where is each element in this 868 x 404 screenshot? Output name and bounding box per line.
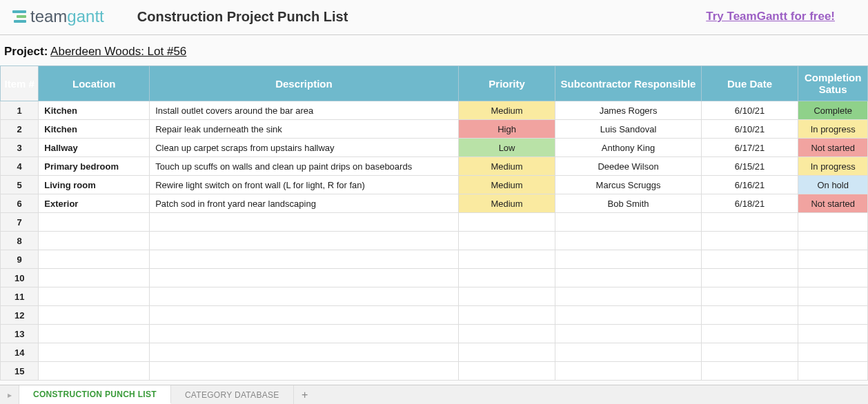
cell-location[interactable] [39, 362, 150, 381]
add-tab-button[interactable]: + [294, 385, 316, 404]
table-row[interactable]: 4Primary bedroomTouch up scuffs on walls… [1, 157, 868, 176]
cell-subcontractor[interactable] [555, 250, 701, 269]
cell-due[interactable] [701, 232, 798, 250]
cell-item[interactable]: 15 [1, 362, 39, 381]
cell-status[interactable]: In progress [798, 157, 868, 176]
cell-description[interactable]: Patch sod in front yard near landscaping [150, 194, 458, 213]
cell-due[interactable]: 6/16/21 [701, 176, 798, 194]
cell-status[interactable] [798, 362, 868, 381]
table-row[interactable]: 11 [1, 287, 868, 306]
cell-status[interactable] [798, 269, 868, 287]
col-header-item[interactable]: Item # [1, 66, 39, 101]
cell-description[interactable] [150, 343, 458, 362]
table-row[interactable]: 14 [1, 343, 868, 362]
cell-subcontractor[interactable] [555, 325, 701, 343]
tab-category-database[interactable]: CATEGORY DATABASE [171, 385, 294, 404]
cell-item[interactable]: 12 [1, 306, 39, 325]
cell-location[interactable]: Living room [39, 176, 150, 194]
cell-due[interactable] [701, 325, 798, 343]
cell-location[interactable] [39, 343, 150, 362]
cell-location[interactable]: Kitchen [39, 120, 150, 139]
cell-description[interactable]: Touch up scuffs on walls and clean up pa… [150, 157, 458, 176]
cell-priority[interactable] [458, 269, 555, 287]
cell-description[interactable] [150, 325, 458, 343]
cell-priority[interactable]: Medium [458, 194, 555, 213]
table-row[interactable]: 3HallwayClean up carpet scraps from upst… [1, 139, 868, 157]
cell-subcontractor[interactable]: Luis Sandoval [555, 120, 701, 139]
cell-location[interactable]: Kitchen [39, 101, 150, 120]
cell-priority[interactable] [458, 250, 555, 269]
col-header-due[interactable]: Due Date [701, 66, 798, 101]
cell-due[interactable]: 6/17/21 [701, 139, 798, 157]
cell-status[interactable] [798, 287, 868, 306]
cell-due[interactable] [701, 269, 798, 287]
cell-priority[interactable] [458, 325, 555, 343]
cell-description[interactable] [150, 306, 458, 325]
table-row[interactable]: 10 [1, 269, 868, 287]
cell-description[interactable] [150, 213, 458, 232]
cell-subcontractor[interactable] [555, 213, 701, 232]
cell-subcontractor[interactable]: Marcus Scruggs [555, 176, 701, 194]
cell-item[interactable]: 13 [1, 325, 39, 343]
table-row[interactable]: 7 [1, 213, 868, 232]
cell-location[interactable] [39, 269, 150, 287]
cell-priority[interactable] [458, 287, 555, 306]
cell-priority[interactable] [458, 213, 555, 232]
cell-item[interactable]: 9 [1, 250, 39, 269]
cell-status[interactable]: In progress [798, 120, 868, 139]
cell-status[interactable]: On hold [798, 176, 868, 194]
cell-location[interactable]: Exterior [39, 194, 150, 213]
table-row[interactable]: 9 [1, 250, 868, 269]
cell-status[interactable] [798, 250, 868, 269]
cell-status[interactable]: Not started [798, 194, 868, 213]
col-header-priority[interactable]: Priority [458, 66, 555, 101]
cell-description[interactable]: Repair leak underneath the sink [150, 120, 458, 139]
tab-construction-punch-list[interactable]: CONSTRUCTION PUNCH LIST [19, 385, 171, 404]
table-row[interactable]: 2KitchenRepair leak underneath the sinkH… [1, 120, 868, 139]
cell-priority[interactable]: Medium [458, 157, 555, 176]
table-row[interactable]: 5Living roomRewire light switch on front… [1, 176, 868, 194]
cell-description[interactable]: Rewire light switch on front wall (L for… [150, 176, 458, 194]
cell-subcontractor[interactable] [555, 287, 701, 306]
cell-description[interactable] [150, 232, 458, 250]
cell-due[interactable]: 6/10/21 [701, 101, 798, 120]
cell-location[interactable] [39, 232, 150, 250]
table-row[interactable]: 8 [1, 232, 868, 250]
cell-location[interactable]: Hallway [39, 139, 150, 157]
cell-priority[interactable] [458, 362, 555, 381]
cell-description[interactable] [150, 362, 458, 381]
cell-subcontractor[interactable] [555, 269, 701, 287]
cell-due[interactable]: 6/10/21 [701, 120, 798, 139]
cell-item[interactable]: 1 [1, 101, 39, 120]
cell-item[interactable]: 4 [1, 157, 39, 176]
cell-status[interactable] [798, 232, 868, 250]
col-header-subcontractor[interactable]: Subcontractor Responsible [555, 66, 701, 101]
cell-priority[interactable]: Medium [458, 101, 555, 120]
cell-subcontractor[interactable]: James Rogers [555, 101, 701, 120]
cell-item[interactable]: 3 [1, 139, 39, 157]
cell-due[interactable] [701, 287, 798, 306]
cell-item[interactable]: 6 [1, 194, 39, 213]
cell-due[interactable] [701, 306, 798, 325]
cell-subcontractor[interactable]: Anthony King [555, 139, 701, 157]
cell-location[interactable] [39, 213, 150, 232]
cell-location[interactable]: Primary bedroom [39, 157, 150, 176]
col-header-location[interactable]: Location [39, 66, 150, 101]
tab-nav-arrow-icon[interactable]: ▸ [0, 385, 19, 404]
cell-due[interactable] [701, 343, 798, 362]
cell-item[interactable]: 11 [1, 287, 39, 306]
cell-location[interactable] [39, 287, 150, 306]
cell-item[interactable]: 5 [1, 176, 39, 194]
cell-location[interactable] [39, 325, 150, 343]
cell-due[interactable]: 6/18/21 [701, 194, 798, 213]
cell-status[interactable] [798, 306, 868, 325]
promo-link[interactable]: Try TeamGantt for free! [706, 10, 835, 23]
cell-item[interactable]: 2 [1, 120, 39, 139]
cell-location[interactable] [39, 250, 150, 269]
cell-priority[interactable] [458, 343, 555, 362]
table-row[interactable]: 12 [1, 306, 868, 325]
table-row[interactable]: 1KitchenInstall outlet covers around the… [1, 101, 868, 120]
cell-status[interactable] [798, 213, 868, 232]
cell-priority[interactable]: High [458, 120, 555, 139]
cell-subcontractor[interactable]: Bob Smith [555, 194, 701, 213]
